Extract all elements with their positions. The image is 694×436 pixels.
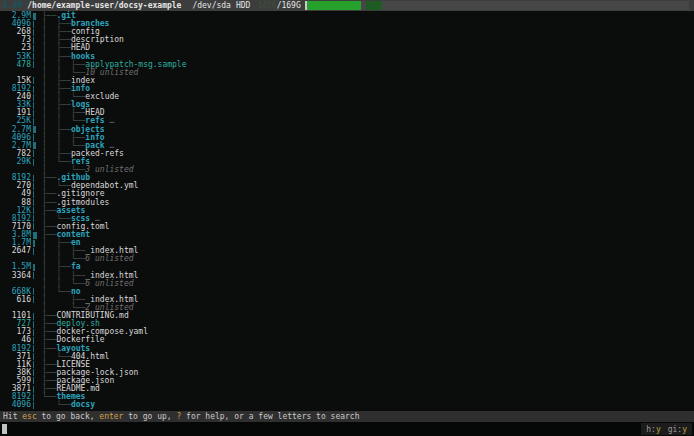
file-tree: 2.9M├──.git4096│ ├──branches268│ ├──conf… — [0, 11, 694, 411]
entry-size-bar — [33, 248, 40, 255]
tree-row[interactable]: 88├──.gitmodules — [0, 199, 694, 207]
entry-size-bar — [33, 223, 40, 230]
entry-size-bar — [33, 37, 40, 44]
flag-value: y — [682, 425, 687, 434]
entry-size-bar — [33, 53, 40, 60]
entry-name: 6 unlisted — [85, 255, 133, 263]
broot-terminal: 6.8M /home/example-user/docsy-example /d… — [0, 0, 694, 436]
entry-size-bar — [33, 207, 40, 214]
entry-size-bar — [33, 353, 40, 360]
tree-row[interactable]: 371│ └──404.html — [0, 353, 694, 361]
key-hint: esc — [22, 411, 36, 422]
entry-size-bar — [33, 345, 40, 352]
disk-total-space: /169G — [277, 0, 301, 11]
entry-size-bar — [33, 126, 40, 133]
key-hint: enter — [99, 411, 123, 422]
tree-row[interactable]: 1101├──CONTRIBUTING.md — [0, 312, 694, 320]
entry-size-bar — [33, 321, 40, 328]
entry-size-bar — [33, 240, 40, 247]
tree-row[interactable]: 8192└──themes — [0, 393, 694, 401]
flag-label: h: — [646, 425, 656, 434]
disk-usage-gauge — [305, 1, 689, 10]
hint-text: to go back, — [37, 411, 100, 422]
status-hint-bar: Hit esc to go back, enter to go up, ? fo… — [0, 411, 694, 422]
entry-size-bar — [33, 369, 40, 376]
entry-size: 616 — [0, 296, 31, 304]
entry-size-bar — [33, 150, 40, 157]
tree-row[interactable]: 7170├──config.toml — [0, 223, 694, 231]
entry-size-bar — [33, 159, 40, 166]
tree-row[interactable]: 4096│ ├──branches — [0, 20, 694, 28]
entry-size-bar — [33, 118, 40, 125]
entry-size-bar — [33, 45, 40, 52]
entry-size-bar — [33, 256, 40, 263]
entry-size-bar — [33, 296, 40, 303]
entry-size-bar — [33, 313, 40, 320]
entry-size-bar — [33, 21, 40, 28]
entry-size-bar — [33, 377, 40, 384]
flag-value: y — [656, 425, 661, 434]
truncation-ellipsis: … — [105, 117, 115, 125]
tree-row[interactable]: │ │ └──10 unlisted — [0, 69, 694, 77]
entry-size-bar — [33, 77, 40, 84]
entry-size-bar — [33, 61, 40, 68]
tree-row[interactable]: 12K├──assets — [0, 207, 694, 215]
entry-size-bar — [33, 69, 40, 76]
entry-size-bar — [33, 134, 40, 141]
entry-size: 4096 — [0, 401, 31, 409]
entry-name: 6 unlisted — [85, 280, 133, 288]
device-name: /dev/sda — [192, 0, 231, 11]
entry-size-bar — [33, 215, 40, 222]
search-input-line[interactable]: h:ygi:y — [0, 422, 694, 436]
entry-size-bar — [33, 175, 40, 182]
entry-size-bar — [33, 329, 40, 336]
tree-row[interactable]: 46├──Dockerfile — [0, 336, 694, 344]
entry-size-bar — [33, 13, 40, 20]
root-row[interactable]: 6.8M /home/example-user/docsy-example /d… — [0, 0, 694, 11]
entry-size-bar — [33, 272, 40, 279]
entry-size-bar — [33, 94, 40, 101]
flag-label: gi: — [668, 425, 682, 434]
entry-name: 3 unlisted — [85, 166, 133, 174]
tree-row[interactable]: 15K│ ├──index — [0, 77, 694, 85]
tree-row[interactable]: 3.8M├──content — [0, 231, 694, 239]
entry-size: 2647 — [0, 247, 31, 255]
entry-size-bar — [33, 304, 40, 311]
input-cursor — [2, 424, 7, 434]
entry-size-bar — [33, 288, 40, 295]
root-path: /home/example-user/docsy-example — [27, 0, 181, 11]
disk-type-label: HDD — [236, 0, 250, 11]
tree-row[interactable]: 4096 └──docsy — [0, 401, 694, 409]
entry-size-bar — [33, 394, 40, 401]
tree-row[interactable]: 23│ ├──HEAD — [0, 44, 694, 52]
entry-size: 3364 — [0, 272, 31, 280]
entry-size-bar — [33, 183, 40, 190]
entry-size-bar — [33, 191, 40, 198]
tree-row[interactable]: │ │ └──6 unlisted — [0, 255, 694, 263]
entry-size-bar — [33, 264, 40, 271]
tree-row[interactable]: 782│ ├──packed-refs — [0, 150, 694, 158]
entry-size-bar — [33, 110, 40, 117]
tree-row[interactable]: 599├──package.json — [0, 377, 694, 385]
entry-size: 478 — [0, 61, 31, 69]
entry-name: docsy — [71, 401, 95, 409]
entry-size-bar — [33, 102, 40, 109]
flag-gi[interactable]: gi:y — [668, 425, 687, 434]
tree-row[interactable]: 240│ │ └──exclude — [0, 93, 694, 101]
gauge-fill-dim — [366, 1, 381, 10]
hint-text: Hit — [3, 411, 22, 422]
entry-size-bar — [33, 402, 40, 409]
entry-size: 29K — [0, 158, 31, 166]
entry-size-bar — [33, 232, 40, 239]
entry-size-bar — [33, 361, 40, 368]
entry-size-bar — [33, 199, 40, 206]
tree-row[interactable]: │ │ └──6 unlisted — [0, 280, 694, 288]
tree-row[interactable]: 3871├──README.md — [0, 385, 694, 393]
tree-branch-glyphs: └── — [42, 401, 71, 409]
hint-text: for help, or a few letters to search — [181, 411, 359, 422]
hint-text: to go up, — [123, 411, 176, 422]
tree-row[interactable]: 73│ ├──description — [0, 36, 694, 44]
tree-row[interactable]: │ └──3 unlisted — [0, 166, 694, 174]
disk-free-space: 145G — [257, 0, 276, 11]
flag-h[interactable]: h:y — [646, 425, 660, 434]
